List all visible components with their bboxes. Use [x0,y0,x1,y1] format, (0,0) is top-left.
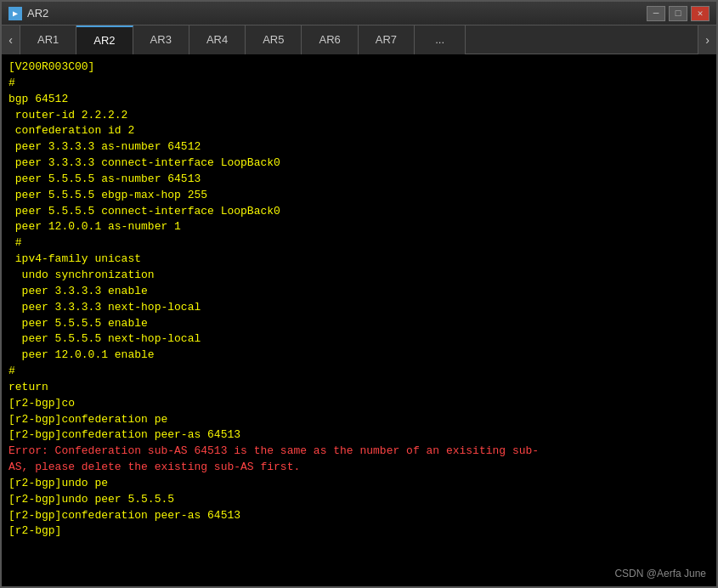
terminal-line: Error: Confederation sub-AS 64513 is the… [8,444,710,460]
restore-button[interactable]: □ [669,6,687,21]
tab-ar6[interactable]: AR6 [302,25,358,54]
tab-...[interactable]: ... [415,25,466,54]
terminal-line: # [8,76,710,92]
terminal-line: peer 3.3.3.3 connect-interface LoopBack0 [8,155,710,172]
terminal-area[interactable]: [V200R003C00]#bgp 64512 router-id 2.2.2.… [2,54,716,586]
terminal-line: [r2-bgp] [8,523,710,540]
tabs-container: AR1AR2AR3AR4AR5AR6AR7... [20,25,698,54]
watermark: CSDN @Aerfa June [614,568,706,580]
terminal-line: peer 5.5.5.5 next-hop-local [8,331,710,348]
terminal-line: AS, please delete the existing sub-AS fi… [8,460,710,476]
tab-ar1[interactable]: AR1 [20,25,76,54]
terminal-line: ipv4-family unicast [8,252,710,268]
terminal-line: peer 5.5.5.5 connect-interface LoopBack0 [8,204,710,220]
terminal-line: peer 3.3.3.3 enable [8,284,710,300]
terminal-line: peer 12.0.0.1 enable [8,348,710,364]
terminal-line: [r2-bgp]confederation pe [8,412,710,428]
terminal-line: [r2-bgp]confederation peer-as 64513 [8,508,710,524]
app-icon: ▶ [8,7,22,20]
terminal-line: [r2-bgp]co [8,396,710,412]
terminal-line: peer 12.0.0.1 as-number 1 [8,219,710,235]
terminal-line: router-id 2.2.2.2 [8,108,710,124]
terminal-line: bgp 64512 [8,92,710,108]
tab-scroll-left-button[interactable]: ‹ [2,25,20,54]
tab-ar7[interactable]: AR7 [359,25,415,54]
title-bar-left: ▶ AR2 [8,7,48,20]
terminal-content: [V200R003C00]#bgp 64512 router-id 2.2.2.… [8,59,710,540]
close-button[interactable]: ✕ [691,6,710,21]
window-controls: ─ □ ✕ [647,6,710,21]
terminal-line: [r2-bgp]undo peer 5.5.5.5 [8,492,710,508]
tab-bar: ‹ AR1AR2AR3AR4AR5AR6AR7... › [2,25,716,54]
terminal-line: confederation id 2 [8,123,710,139]
terminal-line: # [8,364,710,380]
title-bar: ▶ AR2 ─ □ ✕ [2,2,716,25]
terminal-line: [V200R003C00] [8,59,710,76]
terminal-line: return [8,380,710,396]
terminal-line: peer 5.5.5.5 as-number 64513 [8,172,710,188]
tab-ar5[interactable]: AR5 [246,25,302,54]
terminal-line: peer 5.5.5.5 ebgp-max-hop 255 [8,188,710,204]
terminal-line: peer 3.3.3.3 next-hop-local [8,300,710,316]
tab-ar4[interactable]: AR4 [189,25,246,54]
window-title: AR2 [27,7,48,20]
tab-ar3[interactable]: AR3 [133,25,189,54]
terminal-line: # [8,235,710,252]
terminal-line: [r2-bgp]undo pe [8,476,710,492]
terminal-line: peer 5.5.5.5 enable [8,316,710,332]
terminal-line: peer 3.3.3.3 as-number 64512 [8,139,710,155]
tab-ar2[interactable]: AR2 [76,25,133,54]
main-window: ▶ AR2 ─ □ ✕ ‹ AR1AR2AR3AR4AR5AR6AR7... ›… [0,0,718,588]
terminal-line: undo synchronization [8,268,710,284]
tab-scroll-right-button[interactable]: › [698,25,716,54]
minimize-button[interactable]: ─ [647,6,665,21]
terminal-line: [r2-bgp]confederation peer-as 64513 [8,427,710,444]
